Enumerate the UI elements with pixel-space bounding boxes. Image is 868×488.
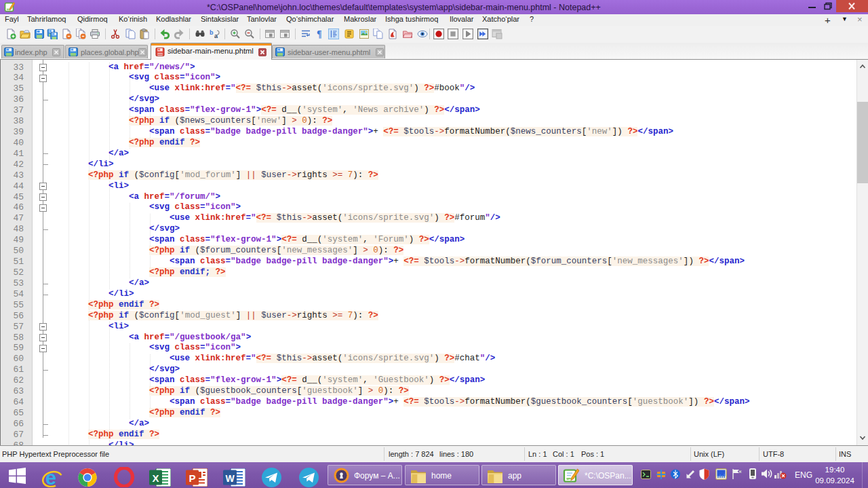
svg-text:b: b [210,29,214,36]
svg-text:¶: ¶ [317,29,322,39]
svg-text:e: e [45,467,56,487]
svg-text:X: X [152,472,159,484]
svg-text:W: W [225,473,235,484]
svg-text:P: P [189,472,195,484]
svg-text:a: a [214,33,218,39]
